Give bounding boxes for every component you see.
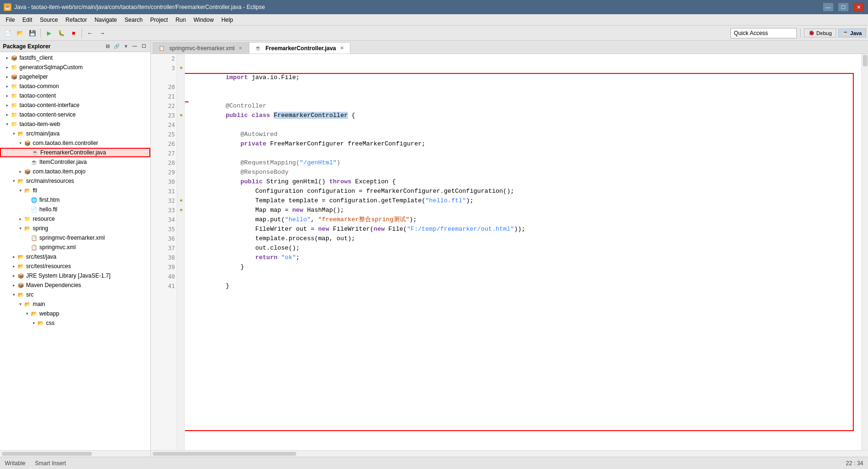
view-menu-icon[interactable]: ▾ [122,43,129,50]
tab-springmvc[interactable]: 📋 springmvc-freemarker.xml ✕ [153,42,249,54]
tree-arrow-ftl[interactable] [17,188,24,193]
menu-project[interactable]: Project [146,16,172,24]
tree-item-first-htm[interactable]: 🌐 first.htm [0,195,150,205]
tree-arrow-pojo[interactable] [17,169,24,174]
right-scrollbar-strip[interactable] [861,54,868,450]
tree-arrow-css[interactable] [30,321,37,325]
menu-edit[interactable]: Edit [18,16,36,24]
ln-30: 30 [151,177,177,187]
editor-horizontal-scrollbar[interactable] [151,450,868,457]
tree-item-taotao-content-service[interactable]: 📁 taotao-content-service [0,110,150,119]
maximize-button[interactable]: ☐ [838,2,849,12]
tree-item-src-test-java[interactable]: 📂 src/test/java [0,252,150,262]
tree-item-src-main-java[interactable]: 📂 src/main/java [0,129,150,138]
gc-22 [177,101,185,111]
tree-arrow-generator[interactable] [4,65,10,70]
toolbar-new[interactable]: 📄 [2,27,13,39]
minimize-button[interactable]: — [822,2,834,12]
tree-label: spring [33,225,48,232]
minimize-panel-icon[interactable]: — [131,43,138,50]
tree-arrow-content-service[interactable] [4,112,10,117]
menu-window[interactable]: Window [190,16,218,24]
toolbar-forward[interactable]: → [97,27,108,39]
maximize-panel-icon[interactable]: ☐ [140,43,147,50]
tree-item-taotao-common[interactable]: 📁 taotao-common [0,81,150,91]
tree-item-freemarker-ctrl[interactable]: ☕ FreemarkerController.java [0,148,150,157]
tree-arrow-main[interactable] [17,302,24,307]
tab-freemarker[interactable]: ☕ FreemarkerController.java ✕ [249,42,350,54]
tree-arrow-content-interface[interactable] [4,103,10,108]
folder-icon: 📂 [37,319,45,327]
code-content[interactable]: import java.io.File; @Controller public … [185,54,861,450]
tab-close-springmvc[interactable]: ✕ [237,45,244,52]
link-editor-icon[interactable]: 🔗 [113,43,120,50]
tree-item-controller-pkg[interactable]: 📦 com.taotao.item.controller [0,138,150,148]
collapse-all-icon[interactable]: ⊟ [104,43,111,50]
tree-item-src-test-res[interactable]: 📂 src/test/resources [0,262,150,271]
menu-navigate[interactable]: Navigate [91,16,120,24]
tree-arrow-src[interactable] [10,292,17,297]
tree-arrow-common[interactable] [4,84,10,89]
tree-item-spring[interactable]: 📂 spring [0,224,150,233]
quick-access-box[interactable]: Quick Access [731,28,797,38]
menu-file[interactable]: File [2,16,18,24]
tree-item-src[interactable]: 📂 src [0,290,150,299]
tree-item-main[interactable]: 📂 main [0,299,150,309]
menu-help[interactable]: Help [218,16,237,24]
tree-item-ftl-folder[interactable]: 📂 ftl [0,186,150,195]
tree-item-taotao-content-interface[interactable]: 📁 taotao-content-interface [0,100,150,110]
tree-item-taotao-item-web[interactable]: 📁 taotao-item-web [0,119,150,129]
tree-arrow-jre[interactable] [10,273,17,278]
tree-arrow-fastdfs[interactable] [4,55,10,60]
tree-arrow-controller[interactable] [17,141,24,145]
tree-arrow-resource[interactable] [17,216,24,221]
tree-item-hello-ftl[interactable]: 📄 hello.ftl [0,205,150,214]
tree-arrow-src-test[interactable] [10,254,17,259]
close-button[interactable]: ✕ [853,2,864,12]
tree-item-src-main-res[interactable]: 📂 src/main/resources [0,176,150,186]
tree-arrow-maven[interactable] [10,283,17,288]
tree-item-webapp[interactable]: 📂 webapp [0,309,150,318]
toolbar-open[interactable]: 📂 [14,27,26,39]
quick-access-label: Quick Access [734,30,768,36]
perspective-java-button[interactable]: ☕ Java [838,28,866,37]
menu-search[interactable]: Search [121,16,146,24]
tree-arrow-src-main[interactable] [10,131,17,136]
tree-arrow-src-res[interactable] [10,179,17,183]
menu-run[interactable]: Run [172,16,190,24]
tree-item-resource[interactable]: 📁 resource [0,214,150,224]
tree-item-fastdfs[interactable]: 📦 fastdfs_client [0,53,150,63]
tree-item-item-ctrl[interactable]: ☕ ItemController.java [0,157,150,167]
toolbar-back[interactable]: ← [84,27,96,39]
toolbar-run[interactable]: ▶ [43,27,55,39]
tree-item-jre[interactable]: 📦 JRE System Library [JavaSE-1.7] [0,271,150,280]
tree-arrow-pagehelper[interactable] [4,74,10,79]
tree-arrow-src-test-res[interactable] [10,264,17,269]
tree-label: fastdfs_client [19,54,53,61]
horizontal-scrollbar[interactable] [0,450,150,457]
ln-37: 37 [151,244,177,253]
tree-item-taotao-content[interactable]: 📁 taotao-content [0,91,150,100]
tree-arrow-spring[interactable] [17,226,24,231]
tab-close-freemarker[interactable]: ✕ [338,45,345,52]
toolbar-save[interactable]: 💾 [27,27,38,39]
tree-arrow-item-web[interactable] [4,122,10,126]
tree-item-pagehelper[interactable]: 📦 pagehelper [0,72,150,81]
perspective-debug-button[interactable]: 🐞 Debug [804,28,836,37]
java-label: Java [850,30,862,36]
tree-item-springmvc-xml[interactable]: 📋 springmvc.xml [0,243,150,252]
tree-label: src [26,291,34,298]
gc-40 [177,272,185,281]
menu-refactor[interactable]: Refactor [62,16,91,24]
tree-item-pojo-pkg[interactable]: 📦 com.taotao.item.pojo [0,167,150,176]
gc-32: ✱ [177,196,185,206]
tree-item-maven[interactable]: 📦 Maven Dependencies [0,280,150,290]
toolbar-stop[interactable]: ■ [68,27,79,39]
tree-arrow-webapp[interactable] [24,311,30,316]
menu-source[interactable]: Source [36,16,62,24]
tree-item-springmvc-freemarker[interactable]: 📋 springmvc-freemarker.xml [0,233,150,243]
toolbar-debug[interactable]: 🐛 [55,27,67,39]
tree-item-generator[interactable]: 📁 generatorSqlmapCustom [0,63,150,72]
tree-arrow-content[interactable] [4,93,10,98]
tree-item-css[interactable]: 📂 css [0,318,150,328]
